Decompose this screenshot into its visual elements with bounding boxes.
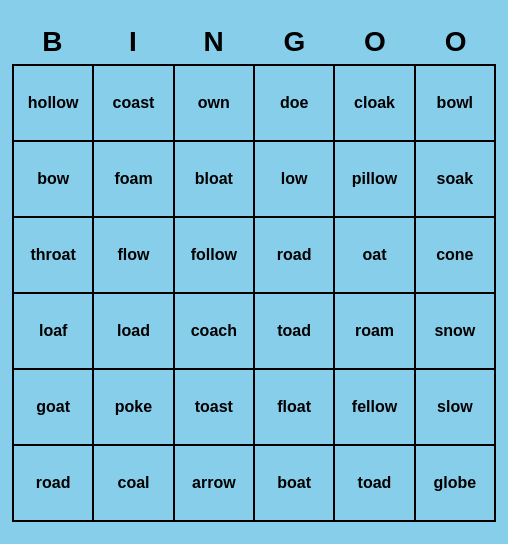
header-row: BINGOO bbox=[12, 22, 496, 62]
cell-11: soak bbox=[416, 142, 496, 218]
header-G-3: G bbox=[254, 22, 335, 62]
header-N-2: N bbox=[173, 22, 254, 62]
header-O-4: O bbox=[335, 22, 416, 62]
cell-34: toad bbox=[335, 446, 415, 522]
cell-33: boat bbox=[255, 446, 335, 522]
cell-19: load bbox=[94, 294, 174, 370]
cell-12: throat bbox=[14, 218, 94, 294]
cell-26: toast bbox=[175, 370, 255, 446]
cell-28: fellow bbox=[335, 370, 415, 446]
cell-3: doe bbox=[255, 66, 335, 142]
cell-15: road bbox=[255, 218, 335, 294]
cell-6: bow bbox=[14, 142, 94, 218]
cell-20: coach bbox=[175, 294, 255, 370]
cell-25: poke bbox=[94, 370, 174, 446]
cell-13: flow bbox=[94, 218, 174, 294]
cell-29: slow bbox=[416, 370, 496, 446]
cell-10: pillow bbox=[335, 142, 415, 218]
cell-23: snow bbox=[416, 294, 496, 370]
cell-30: road bbox=[14, 446, 94, 522]
cell-8: bloat bbox=[175, 142, 255, 218]
cell-9: low bbox=[255, 142, 335, 218]
cell-2: own bbox=[175, 66, 255, 142]
cell-18: loaf bbox=[14, 294, 94, 370]
cell-31: coal bbox=[94, 446, 174, 522]
cell-32: arrow bbox=[175, 446, 255, 522]
cell-7: foam bbox=[94, 142, 174, 218]
bingo-card: BINGOO hollowcoastowndoecloakbowlbowfoam… bbox=[4, 14, 504, 530]
header-O-5: O bbox=[415, 22, 496, 62]
cell-5: bowl bbox=[416, 66, 496, 142]
cell-16: oat bbox=[335, 218, 415, 294]
header-B-0: B bbox=[12, 22, 93, 62]
cell-22: roam bbox=[335, 294, 415, 370]
cell-24: goat bbox=[14, 370, 94, 446]
cell-0: hollow bbox=[14, 66, 94, 142]
header-I-1: I bbox=[93, 22, 174, 62]
cell-4: cloak bbox=[335, 66, 415, 142]
bingo-grid: hollowcoastowndoecloakbowlbowfoambloatlo… bbox=[12, 64, 496, 522]
cell-35: globe bbox=[416, 446, 496, 522]
cell-14: follow bbox=[175, 218, 255, 294]
cell-17: cone bbox=[416, 218, 496, 294]
cell-21: toad bbox=[255, 294, 335, 370]
cell-1: coast bbox=[94, 66, 174, 142]
cell-27: float bbox=[255, 370, 335, 446]
